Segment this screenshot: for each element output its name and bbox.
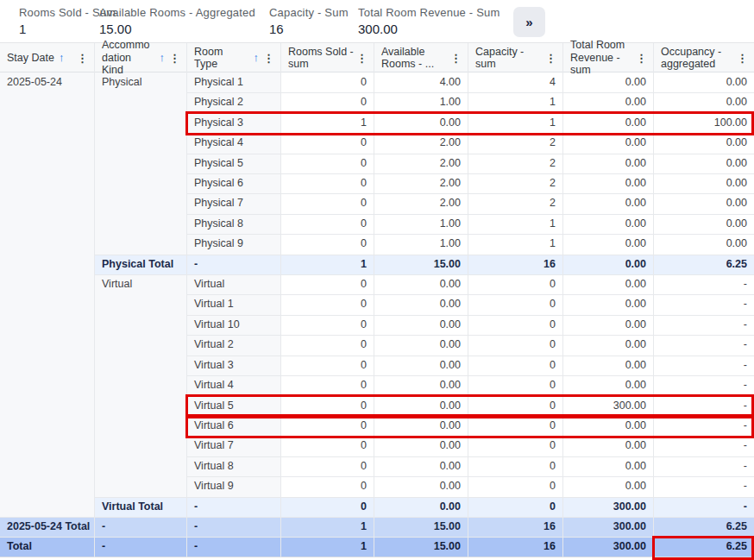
cell-capacity: 16	[468, 537, 563, 557]
cell-capacity: 0	[468, 497, 563, 517]
column-header-rooms-sold[interactable]: Rooms Sold - sum⋮	[281, 43, 374, 72]
sort-ascending-icon: ↑	[160, 52, 166, 65]
column-menu-icon[interactable]: ⋮	[448, 53, 464, 64]
cell-total-room-revenue: 0.00	[563, 193, 654, 213]
cell-room-type: Physical 4	[187, 133, 281, 153]
column-header-label: Room Type	[194, 46, 249, 71]
column-header-label: Occupancy - aggregated	[661, 46, 734, 71]
column-menu-icon[interactable]: ⋮	[74, 53, 91, 64]
cell-rooms-sold: 0	[281, 154, 374, 173]
cell-accommodation-kind	[95, 456, 187, 476]
table-row: Physical 502.0020.000.00	[0, 154, 754, 173]
cell-room-type: Virtual	[187, 274, 281, 294]
cell-total-room-revenue: 0.00	[563, 436, 654, 456]
cell-stay-date	[0, 154, 95, 173]
cell-room-type: Virtual 9	[187, 476, 281, 496]
table-row: Physical Total-115.00160.006.25	[0, 255, 754, 274]
cell-capacity: 4	[468, 72, 563, 92]
column-menu-icon[interactable]: ⋮	[543, 53, 559, 64]
cell-total-room-revenue: 300.00	[563, 517, 654, 537]
cell-capacity: 0	[468, 335, 563, 355]
cell-available-rooms: 0.00	[374, 436, 468, 456]
cell-stay-date	[0, 92, 95, 112]
cell-rooms-sold: 0	[281, 497, 374, 517]
cell-capacity: 0	[468, 375, 563, 395]
cell-available-rooms: 1.00	[374, 214, 468, 234]
cell-room-type: Physical 3	[187, 113, 281, 133]
cell-capacity: 0	[468, 436, 563, 456]
column-header-label: Available Rooms - ...	[381, 46, 448, 71]
cell-occupancy: -	[654, 315, 754, 335]
column-header-occupancy[interactable]: Occupancy - aggregated⋮	[654, 43, 754, 72]
cell-rooms-sold: 0	[281, 335, 374, 355]
cell-available-rooms: 0.00	[374, 356, 468, 375]
cell-capacity: 0	[468, 315, 563, 335]
cell-room-type: Virtual 5	[187, 396, 281, 416]
cell-stay-date	[0, 214, 95, 234]
cell-available-rooms: 2.00	[374, 133, 468, 153]
cell-accommodation-kind	[95, 315, 187, 335]
cell-occupancy: 6.25	[654, 537, 754, 557]
expand-kpis-button[interactable]: »	[513, 7, 545, 37]
cell-rooms-sold: 0	[281, 315, 374, 335]
cell-capacity: 2	[468, 154, 563, 173]
cell-available-rooms: 0.00	[374, 416, 468, 436]
kpi-value: 300.00	[358, 22, 500, 36]
report-page: Rooms Sold - Sum 1 Available Rooms - Agg…	[0, 0, 754, 560]
column-menu-icon[interactable]: ⋮	[633, 53, 650, 64]
cell-occupancy: -	[654, 456, 754, 476]
cell-available-rooms: 2.00	[374, 193, 468, 213]
column-header-label: Capacity - sum	[475, 46, 543, 71]
cell-total-room-revenue: 300.00	[563, 497, 654, 517]
cell-rooms-sold: 1	[281, 113, 374, 133]
cell-total-room-revenue: 0.00	[563, 456, 654, 476]
column-header-stay-date[interactable]: Stay Date↑⋮	[0, 43, 95, 72]
cell-stay-date: 2025-05-24 Total	[0, 517, 95, 537]
cell-room-type: Virtual 1	[187, 294, 281, 314]
column-header-total-room-revenue[interactable]: Total Room Revenue - sum⋮	[563, 43, 654, 72]
column-menu-icon[interactable]: ⋮	[261, 53, 277, 64]
cell-rooms-sold: 0	[281, 396, 374, 416]
column-header-label: Accommodation Kind	[102, 39, 155, 76]
cell-stay-date	[0, 274, 95, 294]
cell-capacity: 0	[468, 476, 563, 496]
table-header-row: Stay Date↑⋮Accommodation Kind↑⋮Room Type…	[0, 43, 754, 72]
cell-capacity: 1	[468, 234, 563, 254]
cell-total-room-revenue: 0.00	[563, 133, 654, 153]
cell-accommodation-kind	[95, 133, 187, 153]
cell-total-room-revenue: 0.00	[563, 315, 654, 335]
cell-available-rooms: 0.00	[374, 113, 468, 133]
cell-available-rooms: 15.00	[374, 537, 468, 557]
kpi-label: Capacity - Sum	[269, 6, 349, 19]
column-header-available-rooms[interactable]: Available Rooms - ...⋮	[374, 43, 468, 72]
cell-room-type: -	[187, 517, 281, 537]
cell-rooms-sold: 0	[281, 416, 374, 436]
kpi-card-capacity: Capacity - Sum 16	[269, 6, 349, 36]
cell-available-rooms: 4.00	[374, 72, 468, 92]
cell-stay-date	[0, 234, 95, 254]
cell-available-rooms: 0.00	[374, 476, 468, 496]
kpi-summary-bar: Rooms Sold - Sum 1 Available Rooms - Agg…	[0, 0, 754, 43]
cell-room-type: Physical 1	[187, 72, 281, 92]
cell-stay-date	[0, 456, 95, 476]
column-header-capacity[interactable]: Capacity - sum⋮	[468, 43, 563, 72]
cell-total-room-revenue: 0.00	[563, 335, 654, 355]
cell-accommodation-kind	[95, 214, 187, 234]
cell-accommodation-kind	[95, 396, 187, 416]
column-header-accommodation-kind[interactable]: Accommodation Kind↑⋮	[95, 43, 187, 72]
cell-capacity: 2	[468, 133, 563, 153]
table-row: Virtual 300.0000.00-	[0, 356, 754, 375]
cell-accommodation-kind	[95, 356, 187, 375]
cell-occupancy: -	[654, 436, 754, 456]
column-menu-icon[interactable]: ⋮	[167, 53, 183, 64]
cell-accommodation-kind	[95, 92, 187, 112]
kpi-label: Available Rooms - Aggregated	[99, 6, 255, 19]
cell-accommodation-kind	[95, 335, 187, 355]
cell-rooms-sold: 0	[281, 72, 374, 92]
column-header-room-type[interactable]: Room Type↑⋮	[187, 43, 281, 72]
cell-available-rooms: 2.00	[374, 154, 468, 173]
cell-accommodation-kind: -	[95, 537, 187, 557]
column-menu-icon[interactable]: ⋮	[354, 53, 370, 64]
column-menu-icon[interactable]: ⋮	[734, 53, 751, 64]
cell-total-room-revenue: 0.00	[563, 375, 654, 395]
